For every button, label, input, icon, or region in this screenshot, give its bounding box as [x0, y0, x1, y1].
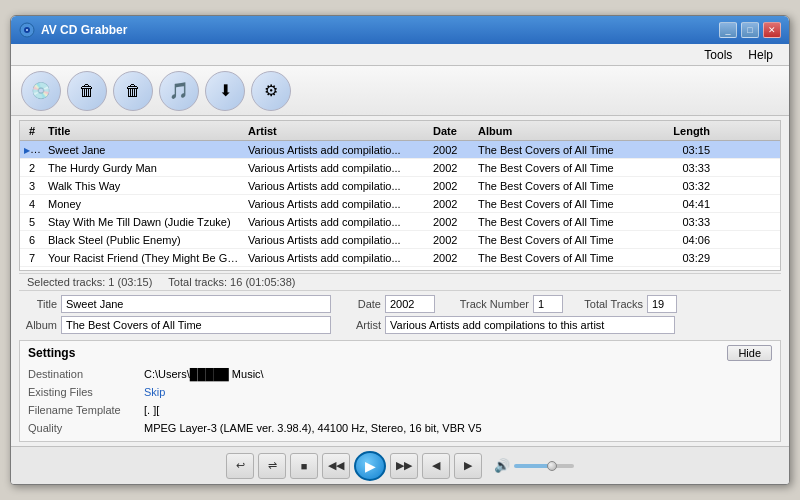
artist-group: Artist Various Artists add compilations …	[343, 316, 675, 334]
table-row[interactable]: 4 Money Various Artists add compilatio..…	[20, 195, 780, 213]
row-num: 3	[20, 180, 44, 192]
toolbar: 💿 🗑 🗑 🎵 ⬇ ⚙	[11, 66, 789, 116]
maximize-btn[interactable]: □	[741, 22, 759, 38]
row-album: The Best Covers of All Time	[474, 162, 664, 174]
row-date: 2002	[429, 216, 474, 228]
settings-row: Quality MPEG Layer-3 (LAME ver. 3.98.4),…	[28, 419, 772, 437]
row-num: 4	[20, 198, 44, 210]
row-num: 5	[20, 216, 44, 228]
row-title: Your Racist Friend (They Might Be Gia...	[44, 252, 244, 264]
row-length: 04:06	[664, 234, 714, 246]
settings-row-label: Destination	[28, 368, 138, 380]
date-group: Date 2002 Track Number 1 Total Tracks 19	[343, 295, 677, 313]
artist-value[interactable]: Various Artists add compilations to this…	[385, 316, 675, 334]
row-length: 04:41	[664, 198, 714, 210]
table-row[interactable]: 6 Black Steel (Public Enemy) Various Art…	[20, 231, 780, 249]
title-value[interactable]: Sweet Jane	[61, 295, 331, 313]
main-window: AV CD Grabber _ □ ✕ Tools Help 💿 🗑 🗑 🎵 ⬇…	[10, 15, 790, 485]
settings-row-value: MPEG Layer-3 (LAME ver. 3.98.4), 44100 H…	[144, 422, 482, 434]
row-artist: Various Artists add compilatio...	[244, 198, 429, 210]
cd-button[interactable]: 💿	[21, 71, 61, 111]
row-date: 2002	[429, 162, 474, 174]
row-title: The Hurdy Gurdy Man	[44, 162, 244, 174]
fastfwd-btn[interactable]: ▶	[454, 453, 482, 479]
album-value[interactable]: The Best Covers of All Time	[61, 316, 331, 334]
volume-slider-track[interactable]	[514, 464, 574, 468]
settings-row-label: Existing Files	[28, 386, 138, 398]
table-row[interactable]: 7 Your Racist Friend (They Might Be Gia.…	[20, 249, 780, 267]
table-row[interactable]: 5 Stay With Me Till Dawn (Judie Tzuke) V…	[20, 213, 780, 231]
settings-rows: Destination C:\Users\█████ Music\ Existi…	[28, 365, 772, 437]
col-header-length: Length	[664, 125, 714, 137]
row-length: 03:29	[664, 252, 714, 264]
minimize-btn[interactable]: _	[719, 22, 737, 38]
table-row[interactable]: ▶▶ 1 Sweet Jane Various Artists add comp…	[20, 141, 780, 159]
total-tracks-status: Total tracks: 16 (01:05:38)	[168, 276, 295, 288]
track-number-value[interactable]: 1	[533, 295, 563, 313]
row-title: Sweet Jane	[44, 144, 244, 156]
row-album: The Best Covers of All Time	[474, 180, 664, 192]
stop-btn[interactable]: ■	[290, 453, 318, 479]
track-rows: ▶▶ 1 Sweet Jane Various Artists add comp…	[20, 141, 780, 270]
title-row: Title Sweet Jane Date 2002 Track Number …	[19, 295, 781, 313]
prev-btn[interactable]: ◀◀	[322, 453, 350, 479]
status-bar: Selected tracks: 1 (03:15) Total tracks:…	[19, 273, 781, 291]
album-row: Album The Best Covers of All Time Artist…	[19, 316, 781, 334]
hide-button[interactable]: Hide	[727, 345, 772, 361]
title-label: Title	[19, 298, 57, 310]
row-artist: Various Artists add compilatio...	[244, 252, 429, 264]
window-controls: _ □ ✕	[719, 22, 781, 38]
settings-header: Settings Hide	[28, 345, 772, 361]
row-date: 2002	[429, 144, 474, 156]
row-date: 2002	[429, 180, 474, 192]
col-header-num: #	[20, 125, 44, 137]
col-header-title: Title	[44, 125, 244, 137]
col-header-artist: Artist	[244, 125, 429, 137]
row-title: Money	[44, 198, 244, 210]
transport-bar: ↩ ⇌ ■ ◀◀ ▶ ▶▶ ◀ ▶ 🔊	[11, 446, 789, 484]
total-tracks-value[interactable]: 19	[647, 295, 677, 313]
download-button[interactable]: ⬇	[205, 71, 245, 111]
table-row[interactable]: 2 The Hurdy Gurdy Man Various Artists ad…	[20, 159, 780, 177]
play-btn[interactable]: ▶	[354, 451, 386, 481]
menu-help[interactable]: Help	[740, 46, 781, 64]
loop-btn[interactable]: ↩	[226, 453, 254, 479]
artist-label: Artist	[343, 319, 381, 331]
trash-button[interactable]: 🗑	[67, 71, 107, 111]
settings-row: Destination C:\Users\█████ Music\	[28, 365, 772, 383]
row-artist: Various Artists add compilatio...	[244, 144, 429, 156]
music-button[interactable]: 🎵	[159, 71, 199, 111]
row-length: 03:32	[664, 180, 714, 192]
track-number-label: Track Number	[439, 298, 529, 310]
row-length: 03:33	[664, 162, 714, 174]
row-length: 03:15	[664, 144, 714, 156]
svg-point-2	[26, 29, 28, 31]
volume-slider-thumb[interactable]	[547, 461, 557, 471]
table-header: # Title Artist Date Album Length	[20, 121, 780, 141]
row-num: 6	[20, 234, 44, 246]
settings-button[interactable]: ⚙	[251, 71, 291, 111]
table-row[interactable]: 3 Walk This Way Various Artists add comp…	[20, 177, 780, 195]
shuffle-btn[interactable]: ⇌	[258, 453, 286, 479]
row-title: Walk This Way	[44, 180, 244, 192]
titlebar: AV CD Grabber _ □ ✕	[11, 16, 789, 44]
row-album: The Best Covers of All Time	[474, 252, 664, 264]
row-date: 2002	[429, 234, 474, 246]
menu-tools[interactable]: Tools	[696, 46, 740, 64]
volume-control: 🔊	[494, 458, 574, 473]
rewind-btn[interactable]: ◀	[422, 453, 450, 479]
col-header-album: Album	[474, 125, 664, 137]
trash2-button[interactable]: 🗑	[113, 71, 153, 111]
settings-row-value: [. ][]</span>	[144, 404, 159, 416]
row-album: The Best Covers of All Time	[474, 144, 664, 156]
row-title: Stay With Me Till Dawn (Judie Tzuke)	[44, 216, 244, 228]
row-artist: Various Artists add compilatio...	[244, 234, 429, 246]
next-btn[interactable]: ▶▶	[390, 453, 418, 479]
settings-row-label: Quality	[28, 422, 138, 434]
menubar: Tools Help	[11, 44, 789, 66]
close-btn[interactable]: ✕	[763, 22, 781, 38]
settings-row-label: Filename Template	[28, 404, 138, 416]
date-value[interactable]: 2002	[385, 295, 435, 313]
album-label: Album	[19, 319, 57, 331]
volume-icon: 🔊	[494, 458, 510, 473]
